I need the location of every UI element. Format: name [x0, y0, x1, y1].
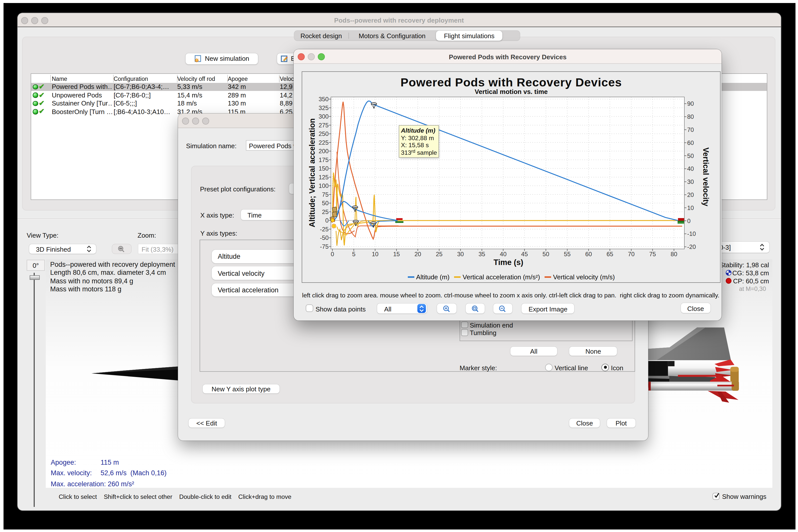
svg-text:5: 5: [352, 251, 356, 258]
svg-text:15: 15: [393, 251, 400, 258]
svg-text:0: 0: [331, 251, 334, 258]
svg-text:0: 0: [687, 217, 691, 224]
svg-text:60: 60: [687, 139, 694, 146]
svg-text:-25: -25: [320, 226, 329, 233]
svg-text:Vertical velocity: Vertical velocity: [702, 148, 710, 207]
svg-text:350: 350: [319, 96, 329, 102]
svg-text:175: 175: [319, 156, 329, 163]
svg-text:10: 10: [372, 251, 379, 258]
svg-text:Time (s): Time (s): [494, 258, 523, 267]
svg-text:90: 90: [687, 100, 694, 107]
svg-text:275: 275: [319, 122, 329, 129]
svg-text:25: 25: [436, 251, 443, 258]
svg-text:125: 125: [319, 174, 329, 180]
svg-text:200: 200: [319, 148, 329, 154]
svg-text:80: 80: [687, 113, 694, 120]
svg-text:300: 300: [319, 113, 329, 120]
svg-text:40: 40: [687, 165, 694, 172]
svg-text:100: 100: [319, 182, 329, 189]
svg-text:65: 65: [607, 251, 614, 258]
svg-text:Altitude; Vertical acceleratio: Altitude; Vertical acceleration: [308, 118, 317, 227]
svg-text:225: 225: [319, 139, 329, 146]
svg-text:325: 325: [319, 104, 329, 111]
svg-text:50: 50: [322, 200, 329, 207]
svg-text:50: 50: [543, 251, 549, 258]
svg-text:35: 35: [479, 251, 486, 258]
svg-text:75: 75: [649, 251, 656, 258]
svg-text:45: 45: [522, 251, 528, 258]
svg-text:-75: -75: [320, 243, 329, 250]
svg-text:0: 0: [326, 217, 329, 224]
svg-text:-50: -50: [320, 234, 329, 241]
svg-text:150: 150: [319, 165, 329, 172]
svg-text:80: 80: [671, 251, 677, 258]
svg-text:250: 250: [319, 130, 329, 137]
svg-text:30: 30: [687, 178, 694, 185]
svg-text:70: 70: [687, 126, 694, 133]
svg-text:10: 10: [687, 205, 694, 211]
svg-text:60: 60: [585, 251, 592, 258]
svg-text:40: 40: [500, 251, 507, 258]
svg-text:25: 25: [322, 208, 329, 215]
svg-text:55: 55: [564, 251, 571, 258]
svg-text:-10: -10: [687, 230, 696, 237]
svg-text:-20: -20: [687, 243, 696, 250]
svg-text:50: 50: [687, 152, 694, 159]
svg-text:75: 75: [322, 191, 329, 198]
svg-text:70: 70: [628, 251, 635, 258]
svg-text:20: 20: [415, 251, 421, 258]
svg-text:20: 20: [687, 191, 694, 198]
svg-text:30: 30: [457, 251, 464, 258]
